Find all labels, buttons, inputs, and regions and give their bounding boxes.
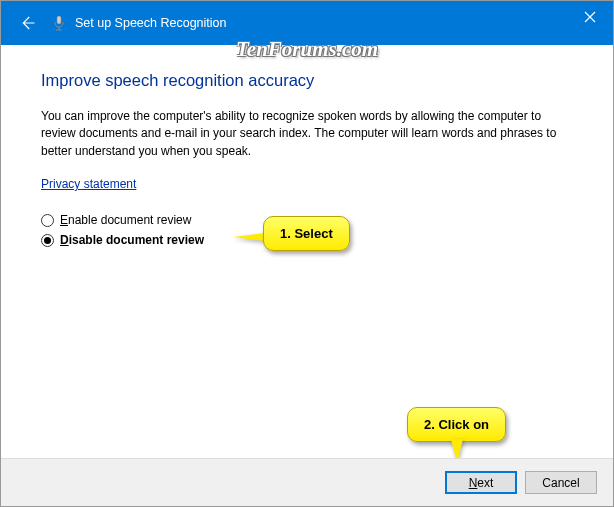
back-arrow-icon: [18, 14, 36, 32]
svg-rect-0: [57, 16, 61, 24]
titlebar: Set up Speech Recognition: [1, 1, 613, 45]
close-icon: [584, 11, 596, 23]
window-title: Set up Speech Recognition: [75, 16, 227, 30]
callout-tail: [233, 233, 265, 241]
radio-icon: [41, 234, 54, 247]
cancel-button[interactable]: Cancel: [525, 471, 597, 494]
page-description: You can improve the computer's ability t…: [41, 108, 573, 160]
close-button[interactable]: [567, 1, 613, 33]
privacy-link[interactable]: Privacy statement: [41, 177, 136, 191]
radio-icon: [41, 214, 54, 227]
next-button[interactable]: Next: [445, 471, 517, 494]
back-button[interactable]: [15, 11, 39, 35]
annotation-select: 1. Select: [263, 216, 350, 251]
radio-label: Disable document review: [60, 233, 204, 247]
microphone-icon: [51, 15, 67, 31]
radio-label: Enable document review: [60, 213, 191, 227]
annotation-click: 2. Click on: [407, 407, 506, 442]
page-heading: Improve speech recognition accuracy: [41, 71, 573, 90]
button-bar: Next Cancel: [1, 458, 613, 506]
